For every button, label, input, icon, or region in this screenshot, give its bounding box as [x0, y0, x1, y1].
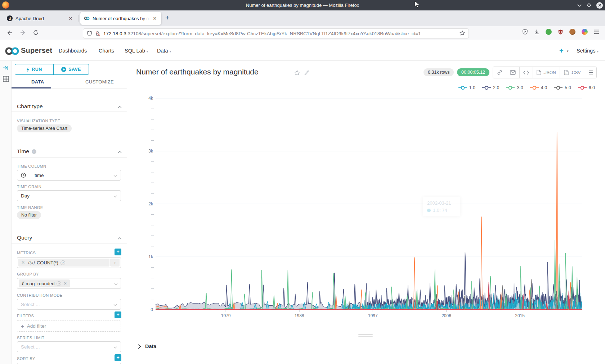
filters-label: FILTERS: [17, 314, 34, 318]
chevron-right-icon: [138, 344, 141, 349]
help-icon: ?: [57, 281, 61, 286]
embed-code-button[interactable]: [520, 67, 533, 78]
more-options-menu-icon[interactable]: [585, 67, 596, 78]
reload-button[interactable]: [33, 30, 39, 36]
window-close-button[interactable]: [596, 2, 603, 9]
section-chart-type[interactable]: Chart type: [17, 103, 122, 110]
time-grain-select[interactable]: Day: [17, 190, 121, 201]
contribution-mode-select[interactable]: Select ...: [17, 299, 121, 310]
menu-icon[interactable]: [594, 29, 599, 34]
nav-item-data[interactable]: Data▾: [157, 48, 171, 54]
expand-datasource-panel-icon[interactable]: [3, 65, 9, 72]
series-limit-select[interactable]: Select ...: [17, 341, 121, 352]
email-button[interactable]: [506, 67, 520, 78]
settings-menu[interactable]: Settings▾: [577, 48, 599, 54]
tab-customize[interactable]: CUSTOMIZE: [85, 79, 114, 85]
forward-button[interactable]: [20, 30, 26, 37]
chart-actions-toolbar: .JSON x .CSV: [493, 67, 597, 78]
chevron-up-icon[interactable]: [118, 148, 122, 155]
url-address-field[interactable]: 172.18.0.3:32108/superset/explore/?form_…: [83, 28, 469, 38]
nav-item-charts[interactable]: Charts: [99, 48, 114, 54]
nav-item-sql-lab[interactable]: SQL Lab▾: [125, 48, 148, 54]
window-minimize-button[interactable]: [577, 4, 582, 7]
group-by-select[interactable]: f mag_rounded ? ✕: [17, 278, 121, 289]
brand-name[interactable]: Superset: [21, 46, 52, 55]
tooltip-date: 2002-03-21: [427, 200, 456, 206]
tab-earthquakes-chart[interactable]: Numer of earthquakes by magnitude ✕: [80, 12, 161, 25]
legend-item[interactable]: 2.0: [482, 85, 499, 90]
clock-icon: [21, 173, 26, 178]
back-button[interactable]: [6, 30, 12, 37]
add-metric-button[interactable]: +: [115, 249, 121, 255]
legend-item[interactable]: 3.0: [506, 85, 523, 90]
star-outline-icon[interactable]: [460, 30, 465, 37]
time-range-pill[interactable]: No filter: [17, 211, 41, 219]
chevron-down-icon: [113, 173, 117, 178]
add-filter-dropzone[interactable]: + Add filter: [17, 320, 121, 332]
tab-close-icon[interactable]: ✕: [152, 16, 158, 21]
info-icon: i: [32, 149, 36, 154]
remove-metric-icon[interactable]: ✕: [18, 260, 28, 265]
window-title: Numer of earthquakes by magnitude — Mozi…: [0, 3, 605, 8]
favorite-star-icon[interactable]: [294, 70, 300, 77]
chevron-down-icon: [114, 280, 118, 287]
svg-text:x: x: [565, 72, 566, 74]
legend-item[interactable]: 6.0: [578, 85, 595, 90]
legend-item[interactable]: 4.0: [530, 85, 547, 90]
metric-control[interactable]: ✕ f(x) COUNT(*) ? ›: [17, 257, 121, 268]
copy-link-button[interactable]: [493, 67, 506, 78]
add-filter-plus-button[interactable]: +: [115, 311, 121, 318]
export-json-button[interactable]: .JSON: [533, 67, 560, 78]
tab-close-icon[interactable]: ✕: [68, 16, 73, 21]
legend-marker-icon: [554, 86, 563, 90]
cookie-icon[interactable]: [569, 29, 575, 35]
legend-item[interactable]: 1.0: [458, 85, 475, 90]
ublock-shield-icon[interactable]: [558, 29, 563, 35]
lightning-icon: [26, 67, 30, 72]
dataset-grid-icon[interactable]: [3, 76, 9, 83]
shield-icon[interactable]: [87, 31, 92, 36]
group-by-label: GROUP BY: [17, 272, 39, 276]
nav-item-dashboards[interactable]: Dashboards: [59, 48, 87, 54]
tab-apache-druid[interactable]: d Apache Druid ✕: [3, 12, 77, 25]
time-column-select[interactable]: __time: [17, 170, 121, 181]
section-query[interactable]: Query: [17, 235, 122, 241]
new-chart-button[interactable]: +: [559, 47, 564, 55]
legend-label: 4.0: [541, 85, 547, 90]
pocket-shield-icon[interactable]: [522, 29, 528, 35]
chevron-up-icon[interactable]: [118, 235, 122, 241]
tab-data[interactable]: DATA: [31, 79, 44, 85]
run-button[interactable]: RUN: [15, 64, 54, 74]
expand-metric-icon[interactable]: ›: [110, 259, 120, 267]
tab-divider: [79, 15, 79, 22]
row-count-badge: 6.31k rows: [424, 68, 454, 76]
function-icon: f: [22, 281, 23, 286]
svg-text:1k: 1k: [148, 254, 153, 259]
superset-navbar: Superset Dashboards Charts SQL Lab▾ Data…: [0, 40, 605, 61]
edit-pencil-icon[interactable]: [304, 70, 310, 77]
export-csv-button[interactable]: x .CSV: [560, 67, 585, 78]
chevron-up-icon[interactable]: [118, 103, 122, 110]
privacy-badger-icon[interactable]: [546, 29, 552, 35]
download-icon[interactable]: [534, 29, 539, 35]
timeseries-area-chart[interactable]: 01k2k3k4k19791988199720062015: [127, 61, 605, 364]
plus-icon: +: [21, 323, 24, 329]
svg-text:2k: 2k: [148, 201, 153, 206]
new-tab-button[interactable]: +: [165, 14, 169, 22]
svg-text:0: 0: [151, 307, 153, 312]
lock-slashed-icon[interactable]: [95, 31, 100, 36]
extension-pinwheel-icon[interactable]: [582, 29, 588, 35]
save-button[interactable]: + SAVE: [54, 64, 89, 74]
data-panel-toggle[interactable]: Data: [138, 343, 156, 349]
superset-logo-icon[interactable]: [5, 46, 20, 57]
panel-resize-handle[interactable]: [358, 334, 373, 338]
viz-type-pill[interactable]: Time-series Area Chart: [17, 124, 72, 132]
envelope-icon: [510, 70, 516, 75]
tooltip-value: 1.0: 74: [433, 208, 447, 213]
window-maximize-button[interactable]: [587, 3, 591, 8]
legend-item[interactable]: 5.0: [554, 85, 571, 90]
section-time[interactable]: Time i: [17, 148, 122, 155]
chart-legend: 1.02.03.04.05.06.0: [458, 85, 595, 90]
add-sort-by-button[interactable]: +: [115, 354, 121, 361]
remove-dimension-icon[interactable]: ✕: [63, 281, 67, 286]
